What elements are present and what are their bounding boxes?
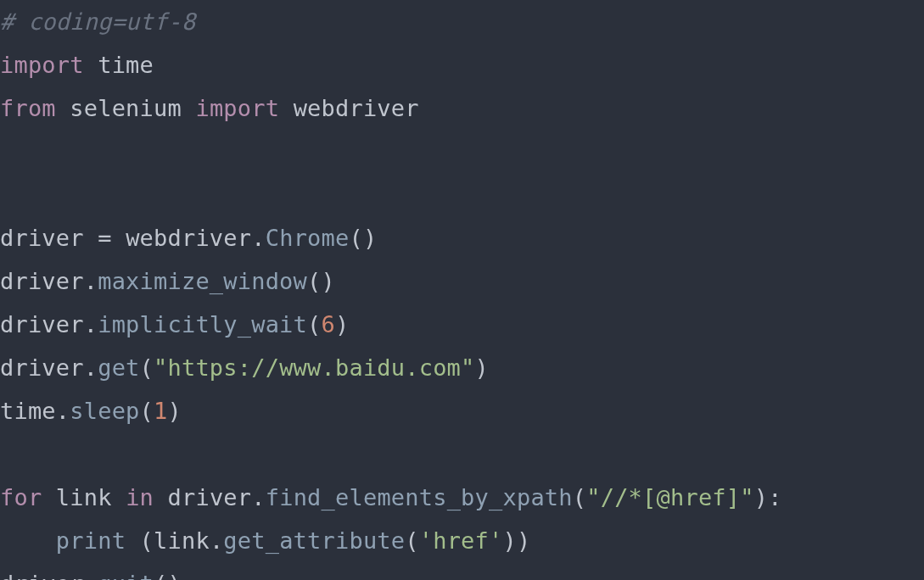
- paren: ): [754, 484, 768, 510]
- paren: (: [140, 398, 154, 424]
- code-block: # coding=utf-8 import time from selenium…: [0, 0, 924, 580]
- ident-driver: driver: [0, 225, 84, 251]
- code-comment: # coding=utf-8: [0, 8, 195, 35]
- ident-driver: driver: [0, 311, 84, 337]
- call-get: get: [98, 354, 139, 381]
- string-xpath: "//*[@href]": [586, 484, 753, 510]
- string-url: "https://www.baidu.com": [154, 354, 474, 381]
- call-quit: quit: [98, 571, 154, 580]
- ident-link: link: [56, 484, 112, 510]
- number-literal: 6: [322, 311, 335, 337]
- call-chrome: Chrome: [266, 225, 350, 251]
- paren: (: [405, 527, 418, 554]
- string-href: 'href': [419, 527, 503, 554]
- ident-driver: driver: [0, 354, 84, 381]
- kw-import: import: [0, 52, 84, 78]
- paren: ): [502, 527, 516, 554]
- paren: ): [168, 571, 182, 580]
- paren: ): [168, 398, 182, 424]
- ident-time: time: [0, 398, 56, 424]
- paren: (: [349, 225, 362, 251]
- op-assign: =: [98, 225, 111, 251]
- ident-webdriver: webdriver: [126, 225, 251, 251]
- call-print: print: [56, 527, 126, 554]
- call-sleep: sleep: [70, 398, 139, 424]
- paren: ): [475, 354, 489, 381]
- paren: (: [307, 268, 321, 294]
- paren: (: [140, 527, 154, 554]
- paren: (: [140, 354, 154, 381]
- module-webdriver: webdriver: [294, 95, 419, 121]
- ident-driver: driver: [0, 268, 84, 294]
- paren: (: [573, 484, 586, 510]
- paren: ): [517, 527, 530, 554]
- call-get-attribute: get_attribute: [223, 527, 405, 554]
- paren: ): [335, 311, 349, 337]
- paren: ): [322, 268, 335, 294]
- number-literal: 1: [154, 398, 167, 424]
- module-time: time: [98, 52, 154, 78]
- colon: :: [768, 484, 781, 510]
- paren: ): [363, 225, 377, 251]
- ident-link: link: [154, 527, 210, 554]
- call-find-elements: find_elements_by_xpath: [266, 484, 573, 510]
- ident-driver: driver: [168, 484, 252, 510]
- kw-from: from: [0, 95, 56, 121]
- ident-driver: driver: [0, 571, 84, 580]
- kw-in: in: [126, 484, 154, 510]
- paren: (: [307, 311, 321, 337]
- kw-import: import: [195, 95, 279, 121]
- call-maximize-window: maximize_window: [98, 268, 307, 294]
- call-implicitly-wait: implicitly_wait: [98, 311, 307, 337]
- module-selenium: selenium: [70, 95, 182, 121]
- paren: (: [154, 571, 167, 580]
- kw-for: for: [0, 484, 42, 510]
